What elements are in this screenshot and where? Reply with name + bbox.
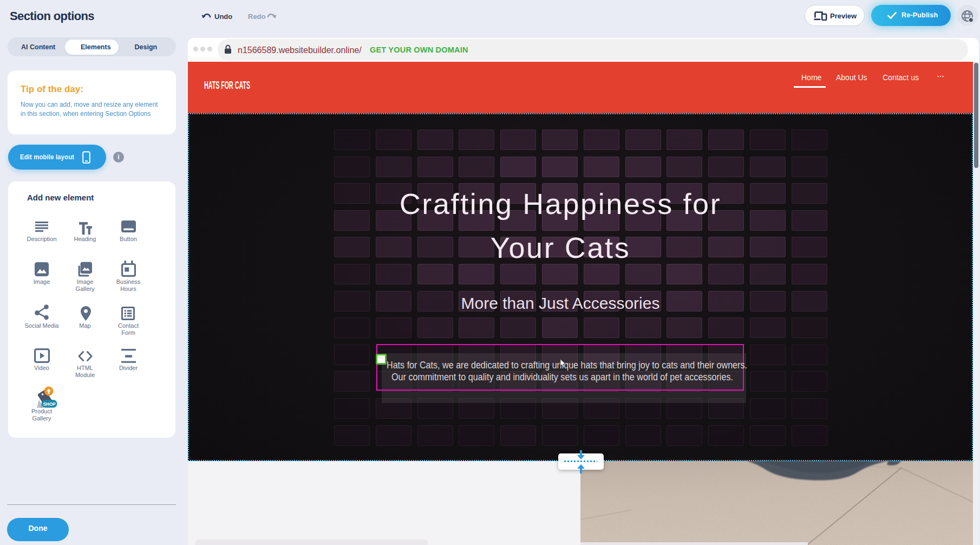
svg-text:HATS FOR CATS: HATS FOR CATS — [204, 79, 250, 91]
svg-text:SHOP: SHOP — [43, 402, 56, 407]
